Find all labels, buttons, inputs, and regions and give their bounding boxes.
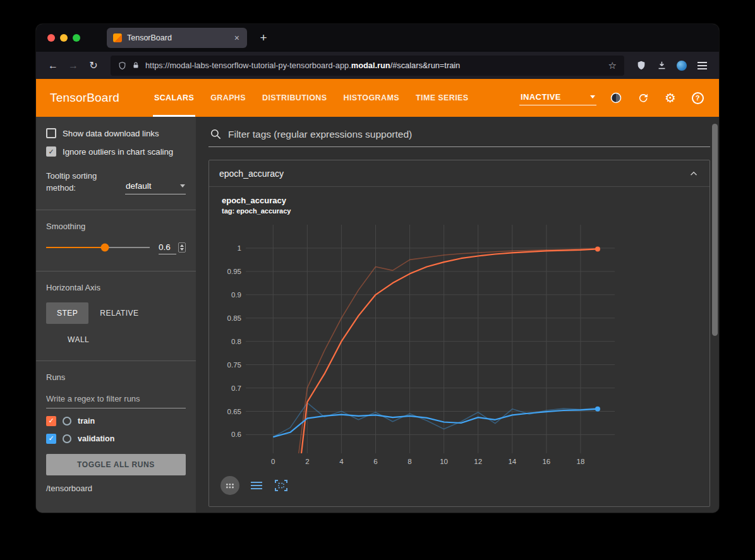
show-download-links-label: Show data download links xyxy=(63,129,159,138)
forward-button[interactable]: → xyxy=(64,56,83,75)
fit-domain-button[interactable] xyxy=(274,478,289,493)
validation-run-label: validation xyxy=(78,434,114,443)
scalars-dashboard: epoch_accuracy epoch_accuracy tag: epoch… xyxy=(196,117,719,513)
dots-icon xyxy=(226,483,234,489)
svg-text:2: 2 xyxy=(305,458,309,465)
browser-tab-strip: TensorBoard × + xyxy=(36,24,719,52)
epoch-accuracy-card: epoch_accuracy epoch_accuracy tag: epoch… xyxy=(208,160,710,507)
browser-window: TensorBoard × + ← → ↻ https://modal-labs… xyxy=(36,24,719,513)
new-tab-button[interactable]: + xyxy=(255,29,272,47)
smoothing-stepper[interactable] xyxy=(178,242,186,253)
scalar-line-chart[interactable]: 0.60.650.70.750.80.850.90.95102468101214… xyxy=(218,220,622,471)
svg-text:0.9: 0.9 xyxy=(231,291,241,299)
privacy-shield-icon[interactable] xyxy=(632,56,651,75)
tag-filter[interactable] xyxy=(208,126,710,147)
tag-filter-input[interactable] xyxy=(228,129,709,140)
y-axis-toggle-button[interactable] xyxy=(249,478,264,493)
tab-scalars[interactable]: SCALARS xyxy=(146,79,202,117)
window-controls xyxy=(47,34,80,42)
reload-button[interactable]: ↻ xyxy=(84,56,103,75)
expand-chart-button[interactable] xyxy=(220,476,239,495)
browser-tab[interactable]: TensorBoard × xyxy=(107,28,247,48)
validation-run-checkbox[interactable] xyxy=(46,434,56,444)
slider-fill xyxy=(46,247,105,248)
ignore-outliers-label: Ignore outliers in chart scaling xyxy=(63,147,173,157)
tensorboard-logo: TensorBoard xyxy=(50,91,119,105)
chart-tag: tag: epoch_accuracy xyxy=(222,207,704,215)
step-up-icon[interactable] xyxy=(180,244,184,247)
svg-text:18: 18 xyxy=(577,458,585,465)
lock-icon xyxy=(132,61,140,69)
tooltip-sorting-value: default xyxy=(126,181,152,191)
ignore-outliers-checkbox[interactable] xyxy=(46,146,56,157)
download-icon[interactable] xyxy=(652,56,671,75)
smoothing-value-input[interactable] xyxy=(159,241,176,254)
svg-text:16: 16 xyxy=(542,458,550,465)
bookmark-star-icon[interactable]: ☆ xyxy=(608,60,617,71)
refresh-icon[interactable] xyxy=(636,90,651,105)
train-run-checkbox[interactable] xyxy=(46,416,56,426)
tab-time-series[interactable]: TIME SERIES xyxy=(408,79,477,117)
dark-mode-icon[interactable] xyxy=(608,90,624,105)
close-button[interactable] xyxy=(47,34,55,42)
divider xyxy=(36,210,196,210)
smoothing-slider[interactable] xyxy=(46,247,150,248)
chart-title: epoch_accuracy xyxy=(222,196,704,205)
tab-graphs[interactable]: GRAPHS xyxy=(202,79,254,117)
axis-relative-button[interactable]: RELATIVE xyxy=(92,302,146,324)
page-scrollbar[interactable] xyxy=(712,124,718,336)
card-title: epoch_accuracy xyxy=(219,169,284,179)
tab-title: TensorBoard xyxy=(127,33,228,42)
svg-text:8: 8 xyxy=(408,458,411,465)
run-row-validation[interactable]: validation xyxy=(46,430,186,448)
axis-step-button[interactable]: STEP xyxy=(46,302,88,324)
toggle-all-runs-button[interactable]: TOGGLE ALL RUNS xyxy=(46,454,186,475)
axis-wall-button[interactable]: WALL xyxy=(60,329,97,350)
search-icon xyxy=(210,128,222,140)
ignore-outliers-row[interactable]: Ignore outliers in chart scaling xyxy=(46,146,186,157)
browser-toolbar: ← → ↻ https://modal-labs-tensorflow-tuto… xyxy=(36,52,719,79)
tab-histograms[interactable]: HISTOGRAMS xyxy=(335,79,408,117)
settings-gear-icon[interactable]: ⚙ xyxy=(663,90,678,105)
run-row-train[interactable]: train xyxy=(46,412,186,430)
show-download-links-checkbox[interactable] xyxy=(46,128,56,138)
validation-color-swatch xyxy=(63,434,71,443)
log-directory-path: /tensorboard xyxy=(46,484,186,493)
tooltip-sorting-label: Tooltip sorting method: xyxy=(46,170,117,194)
card-header[interactable]: epoch_accuracy xyxy=(209,160,710,187)
svg-text:1: 1 xyxy=(238,244,241,252)
svg-text:0.8: 0.8 xyxy=(231,338,241,345)
divider xyxy=(36,360,196,361)
tab-close-icon[interactable]: × xyxy=(233,33,241,43)
help-icon[interactable]: ? xyxy=(690,90,705,105)
tooltip-sorting-select[interactable]: default xyxy=(125,180,186,194)
svg-text:0.75: 0.75 xyxy=(227,361,241,369)
svg-text:10: 10 xyxy=(440,458,448,465)
runs-filter-input[interactable] xyxy=(46,392,186,408)
svg-text:0: 0 xyxy=(271,458,275,465)
tab-distributions[interactable]: DISTRIBUTIONS xyxy=(254,79,335,117)
zoom-button[interactable] xyxy=(73,34,80,42)
svg-text:14: 14 xyxy=(508,458,516,465)
tensorboard-header: TensorBoard SCALARS GRAPHS DISTRIBUTIONS… xyxy=(36,79,719,117)
url-text: https://modal-labs-tensorflow-tutorial-p… xyxy=(145,61,603,70)
url-bar[interactable]: https://modal-labs-tensorflow-tutorial-p… xyxy=(111,56,624,76)
settings-sidebar: Show data download links Ignore outliers… xyxy=(36,117,196,513)
show-download-links-row[interactable]: Show data download links xyxy=(46,128,186,138)
divider xyxy=(36,271,196,271)
minimize-button[interactable] xyxy=(60,34,68,42)
train-run-label: train xyxy=(78,417,95,426)
slider-thumb[interactable] xyxy=(101,244,109,252)
svg-text:0.65: 0.65 xyxy=(227,408,241,415)
tracking-shield-icon[interactable] xyxy=(118,61,126,70)
menu-icon[interactable] xyxy=(692,56,711,75)
svg-text:0.95: 0.95 xyxy=(227,268,241,275)
back-button[interactable]: ← xyxy=(44,56,63,75)
extension-icon[interactable] xyxy=(672,56,691,75)
collapse-chevron-icon[interactable] xyxy=(688,168,699,179)
svg-text:0.85: 0.85 xyxy=(227,314,241,322)
reload-status-select[interactable]: INACTIVE xyxy=(519,90,596,105)
svg-text:4: 4 xyxy=(339,458,344,465)
step-down-icon[interactable] xyxy=(180,248,184,251)
svg-text:0.7: 0.7 xyxy=(231,384,241,392)
